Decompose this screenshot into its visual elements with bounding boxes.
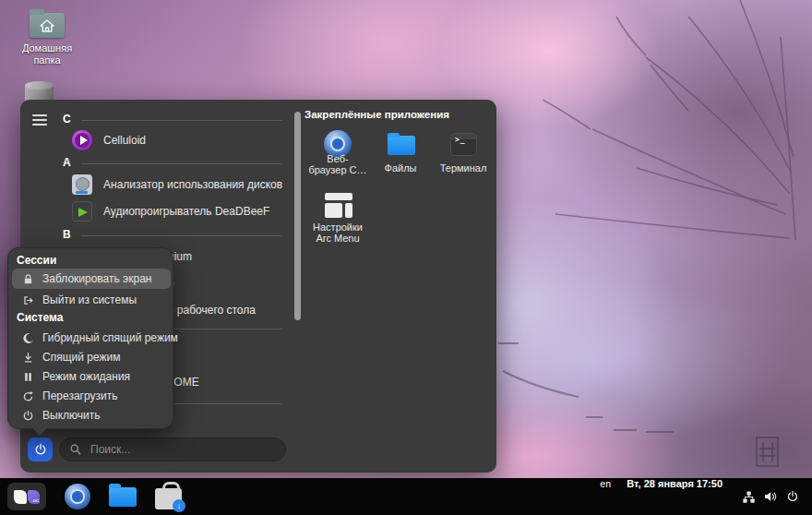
section-letter: B	[63, 228, 71, 241]
river-streaks	[498, 343, 674, 432]
section-divider	[81, 163, 282, 164]
occluded-app-label[interactable]: IOME	[171, 376, 199, 389]
menu-item-label: Выключить	[42, 409, 100, 422]
pinned-apps-header: Закреплённые приложения	[304, 109, 449, 120]
section-letter: C	[63, 113, 71, 126]
pinned-app-label: Веб-	[308, 153, 367, 164]
desktop-screen: Домашняя папка C Celluloid A Анализатор …	[0, 0, 812, 515]
disk-usage-analyzer-icon	[72, 174, 92, 195]
logo-text: ос	[33, 497, 39, 503]
tree-branches	[543, 0, 795, 240]
menu-item-logout[interactable]: Выйти из системы	[12, 290, 171, 310]
pinned-app-label: Файлы	[371, 162, 430, 174]
home-icon-label: Домашняя папка	[11, 42, 83, 66]
files-icon[interactable]	[388, 136, 415, 155]
home-folder-icon	[30, 13, 65, 38]
occluded-app-label[interactable]: я рабочего стола	[168, 304, 256, 317]
clock[interactable]: Вт, 28 января 17:50	[627, 478, 722, 489]
menu-tail	[32, 428, 47, 436]
hamburger-menu-icon[interactable]	[32, 114, 47, 126]
desktop-icon-home[interactable]: Домашняя папка	[11, 7, 83, 66]
app-row-disk-analyzer[interactable]: Анализатор использования дисков	[66, 174, 303, 196]
distro-logo-icon	[14, 490, 27, 504]
pinned-app-label: Настройки	[308, 222, 367, 233]
suspend-icon	[21, 351, 34, 364]
menu-item-shutdown[interactable]: Выключить	[12, 405, 171, 425]
pinned-scrollbar[interactable]	[294, 112, 301, 320]
taskbar-launchers: ос ↓	[7, 478, 182, 515]
pinned-app-label: Терминал	[434, 162, 493, 174]
deadbeef-icon	[72, 201, 92, 222]
celluloid-icon	[72, 130, 92, 150]
taskbar-files-icon[interactable]	[109, 487, 137, 507]
session-section-header: Сессии	[17, 254, 56, 267]
menu-item-lock-screen[interactable]: Заблокировать экран	[12, 269, 171, 289]
menu-item-restart[interactable]: Перезагрузить	[12, 386, 171, 406]
section-letter: A	[63, 156, 71, 169]
taskbar-software-center-icon[interactable]: ↓	[155, 484, 182, 509]
search-input[interactable]	[89, 442, 276, 457]
app-label: Аудиопроигрыватель DeaDBeeF	[103, 205, 269, 218]
pinned-app-label: браузер C…	[308, 164, 367, 175]
app-label: Celluloid	[103, 134, 146, 147]
menu-item-label: Заблокировать экран	[42, 272, 151, 285]
app-row-deadbeef[interactable]: Аудиопроигрыватель DeaDBeeF	[66, 200, 303, 222]
app-label: Анализатор использования дисков	[103, 178, 282, 191]
menu-item-label: Гибридный спящий режим	[42, 331, 178, 344]
taskbar-chromium-icon[interactable]	[65, 484, 90, 509]
menu-item-standby[interactable]: Режим ожидания	[12, 366, 171, 387]
power-icon	[21, 409, 34, 422]
menu-item-suspend[interactable]: Спящий режим	[12, 347, 171, 367]
section-divider	[81, 120, 282, 121]
standby-pause-icon	[21, 370, 34, 383]
power-icon	[34, 443, 47, 456]
restart-icon	[21, 389, 34, 402]
shopping-bag-icon: ↓	[155, 488, 182, 509]
system-section-header: Система	[17, 311, 64, 324]
session-power-button[interactable]	[28, 437, 53, 461]
app-menu-button[interactable]: ос	[7, 483, 46, 510]
system-tray	[740, 478, 801, 515]
menu-item-label: Спящий режим	[42, 351, 120, 364]
logout-icon	[21, 293, 34, 306]
lock-icon	[21, 272, 34, 285]
menu-item-label: Перезагрузить	[42, 389, 117, 402]
house-glyph	[39, 18, 55, 32]
power-status-icon[interactable]	[784, 478, 801, 515]
menu-item-hybrid-sleep[interactable]: Гибридный спящий режим	[12, 328, 171, 348]
volume-icon[interactable]	[762, 478, 779, 515]
terminal-icon[interactable]	[450, 133, 477, 156]
section-divider	[81, 235, 282, 236]
artist-seal	[757, 437, 778, 466]
arc-menu-settings-icon[interactable]	[325, 193, 352, 218]
keyboard-layout-indicator[interactable]: en	[600, 478, 611, 489]
session-context-menu: Сессии Заблокировать экран Выйти из сист…	[7, 247, 173, 429]
search-icon	[69, 443, 82, 456]
network-icon[interactable]	[740, 478, 757, 515]
menu-item-label: Выйти из системы	[42, 293, 137, 306]
update-badge: ↓	[173, 499, 185, 512]
menu-item-label: Режим ожидания	[42, 370, 130, 383]
search-bar[interactable]	[59, 437, 286, 461]
app-row-celluloid[interactable]: Celluloid	[66, 129, 303, 151]
taskbar: ос ↓ en Вт, 28 января 17:50	[0, 478, 812, 515]
pinned-app-label: Arc Menu	[308, 233, 367, 244]
moon-icon	[21, 331, 34, 344]
